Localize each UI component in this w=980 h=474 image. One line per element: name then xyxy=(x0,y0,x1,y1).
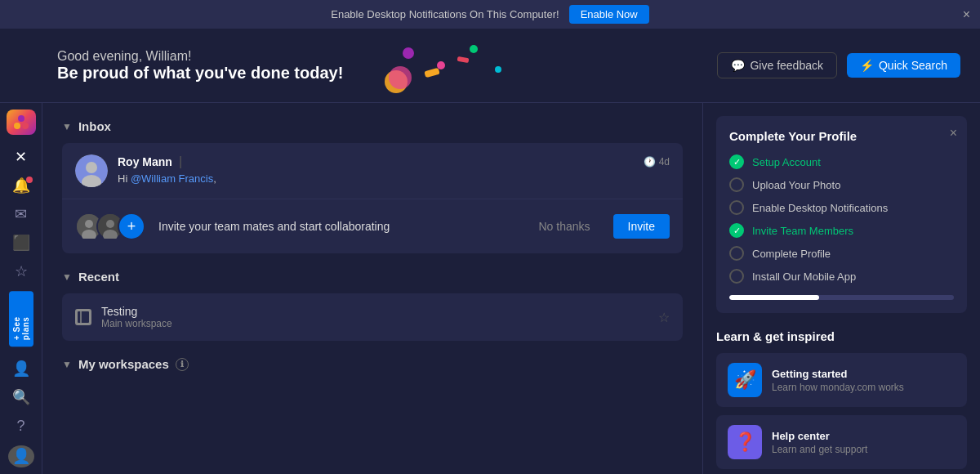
checklist-item-setup: ✓ Setup Account xyxy=(729,154,954,169)
recent-item[interactable]: Testing Main workspace ☆ xyxy=(62,293,683,341)
my-workspaces-section-header[interactable]: ▼ My workspaces ℹ xyxy=(62,357,683,371)
svg-point-15 xyxy=(85,220,93,228)
message-content: Roy Mann | 🕐 4d Hi @William Francis, xyxy=(118,154,670,185)
sidebar: ✕ 🔔 ✉ ⬛ ☆ + See plans 👤 🔍 ? 👤 xyxy=(0,103,42,474)
search-icon: 🔍 xyxy=(12,388,30,406)
sidebar-item-add-user[interactable]: 👤 xyxy=(7,356,36,382)
sidebar-item-search[interactable]: 🔍 xyxy=(7,385,36,410)
sender-avatar xyxy=(75,154,108,187)
text-suffix: , xyxy=(213,172,216,185)
workspaces-info-icon[interactable]: ℹ xyxy=(176,358,189,371)
quick-search-button[interactable]: ⚡ Quick Search xyxy=(847,53,960,78)
header-decoration xyxy=(343,37,717,94)
recent-card: Testing Main workspace ☆ xyxy=(62,293,683,341)
checklist-label-setup: Setup Account xyxy=(752,156,821,168)
checklist-label-mobile: Install Our Mobile App xyxy=(752,271,856,283)
header: Good evening, William! Be proud of what … xyxy=(0,29,980,103)
help-center-title: Help center xyxy=(772,430,867,442)
notification-badge xyxy=(26,177,33,183)
mention[interactable]: @William Francis xyxy=(131,172,213,185)
check-icon-setup: ✓ xyxy=(729,154,744,169)
svg-rect-4 xyxy=(425,68,440,78)
sidebar-item-calendar[interactable]: ⬛ xyxy=(7,230,36,256)
main-content: ▼ Inbox Roy Mann | xyxy=(42,103,702,474)
see-plans-button[interactable]: + See plans xyxy=(9,291,33,347)
close-icon: ✕ xyxy=(15,148,27,166)
greeting: Good evening, William! Be proud of what … xyxy=(57,49,343,83)
recent-section-header[interactable]: ▼ Recent xyxy=(62,270,683,284)
recent-info: Testing Main workspace xyxy=(101,305,648,329)
getting-started-icon: 🚀 xyxy=(728,363,762,397)
logo-icon xyxy=(12,113,30,131)
notif-text: Enable Desktop Notifications On This Com… xyxy=(331,8,559,20)
help-center-icon: ❓ xyxy=(728,425,762,459)
svg-point-9 xyxy=(22,123,29,129)
greeting-line2: Be proud of what you've done today! xyxy=(57,64,343,83)
invite-button[interactable]: Invite xyxy=(613,214,670,239)
avatar-icon: 👤 xyxy=(12,447,30,465)
checklist-label-photo: Upload Your Photo xyxy=(752,179,840,191)
lightning-icon: ⚡ xyxy=(860,59,874,72)
getting-started-title: Getting started xyxy=(772,368,904,380)
feedback-label: Give feedback xyxy=(750,59,823,72)
check-icon-photo xyxy=(729,177,744,192)
recent-label: Recent xyxy=(78,270,119,284)
checklist-item-invite: ✓ Invite Team Members xyxy=(729,223,954,238)
learn-card-getting-started-info: Getting started Learn how monday.com wor… xyxy=(772,368,904,393)
svg-rect-5 xyxy=(457,56,470,63)
avatar-svg xyxy=(75,154,108,187)
svg-point-10 xyxy=(18,115,24,122)
svg-point-3 xyxy=(495,66,501,73)
help-icon: ? xyxy=(16,418,24,435)
inbox-icon: ✉ xyxy=(15,205,27,223)
learn-card-help-center-info: Help center Learn and get support xyxy=(772,430,867,455)
inbox-section-header[interactable]: ▼ Inbox xyxy=(62,119,683,133)
inbox-chevron-icon: ▼ xyxy=(62,121,72,132)
right-panel: Complete Your Profile × ✓ Setup Account … xyxy=(702,103,980,474)
sidebar-item-help[interactable]: ? xyxy=(7,414,36,439)
add-user-icon: 👤 xyxy=(12,360,30,378)
message-sender-row: Roy Mann | 🕐 4d xyxy=(118,154,670,169)
check-icon-notif xyxy=(729,200,744,215)
sidebar-item-close[interactable]: ✕ xyxy=(7,145,36,170)
inbox-label: Inbox xyxy=(78,119,111,133)
svg-point-1 xyxy=(437,61,445,69)
progress-bar-fill xyxy=(729,295,819,300)
sidebar-item-inbox[interactable]: ✉ xyxy=(7,202,36,227)
learn-card-help-center[interactable]: ❓ Help center Learn and get support xyxy=(716,415,967,469)
close-notif-icon[interactable]: × xyxy=(963,7,970,22)
enable-now-button[interactable]: Enable Now xyxy=(569,5,649,24)
checklist-item-complete: Complete Profile xyxy=(729,246,954,261)
sidebar-item-bell[interactable]: 🔔 xyxy=(7,173,36,199)
progress-bar-container xyxy=(729,295,954,300)
sidebar-logo[interactable] xyxy=(7,110,36,135)
user-avatar[interactable]: 👤 xyxy=(8,445,34,467)
main-layout: ✕ 🔔 ✉ ⬛ ☆ + See plans 👤 🔍 ? 👤 xyxy=(0,103,980,474)
close-profile-card-button[interactable]: × xyxy=(950,126,957,141)
message-time: 🕐 4d xyxy=(644,156,670,168)
checklist-label-complete: Complete Profile xyxy=(752,248,831,260)
recent-chevron-icon: ▼ xyxy=(62,271,72,283)
favorite-star-icon[interactable]: ☆ xyxy=(658,310,670,325)
checklist-item-photo: Upload Your Photo xyxy=(729,177,954,192)
message-text: Hi @William Francis, xyxy=(118,172,670,185)
notification-bar: Enable Desktop Notifications On This Com… xyxy=(0,0,980,29)
svg-point-12 xyxy=(86,162,97,173)
greeting-line1: Good evening, William! xyxy=(57,49,343,64)
text-prefix: Hi xyxy=(118,172,131,185)
getting-started-desc: Learn how monday.com works xyxy=(772,382,904,393)
invite-text: Invite your team mates and start collabo… xyxy=(158,220,515,233)
help-center-desc: Learn and get support xyxy=(772,444,867,455)
checklist-label-invite: Invite Team Members xyxy=(752,225,853,237)
svg-point-2 xyxy=(470,45,478,53)
sender-name: Roy Mann xyxy=(118,155,172,168)
feedback-icon: 💬 xyxy=(731,59,745,72)
sender-separator: | xyxy=(179,154,182,169)
sidebar-item-favorites[interactable]: ☆ xyxy=(7,259,36,284)
recent-name: Testing xyxy=(101,305,648,318)
learn-card-getting-started[interactable]: 🚀 Getting started Learn how monday.com w… xyxy=(716,353,967,407)
give-feedback-button[interactable]: 💬 Give feedback xyxy=(717,52,837,78)
no-thanks-button[interactable]: No thanks xyxy=(528,215,599,238)
learn-section-title: Learn & get inspired xyxy=(716,329,967,343)
checklist-item-mobile: Install Our Mobile App xyxy=(729,269,954,284)
